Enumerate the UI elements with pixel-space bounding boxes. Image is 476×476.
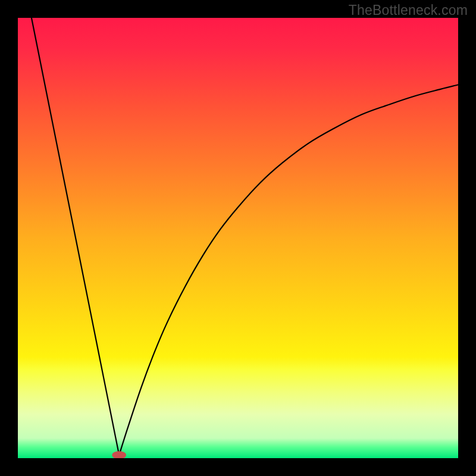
- gradient-background: [18, 18, 458, 458]
- chart-svg: [18, 18, 458, 458]
- plot-area: [18, 18, 458, 458]
- chart-frame: TheBottleneck.com: [0, 0, 476, 476]
- watermark-text: TheBottleneck.com: [349, 2, 468, 18]
